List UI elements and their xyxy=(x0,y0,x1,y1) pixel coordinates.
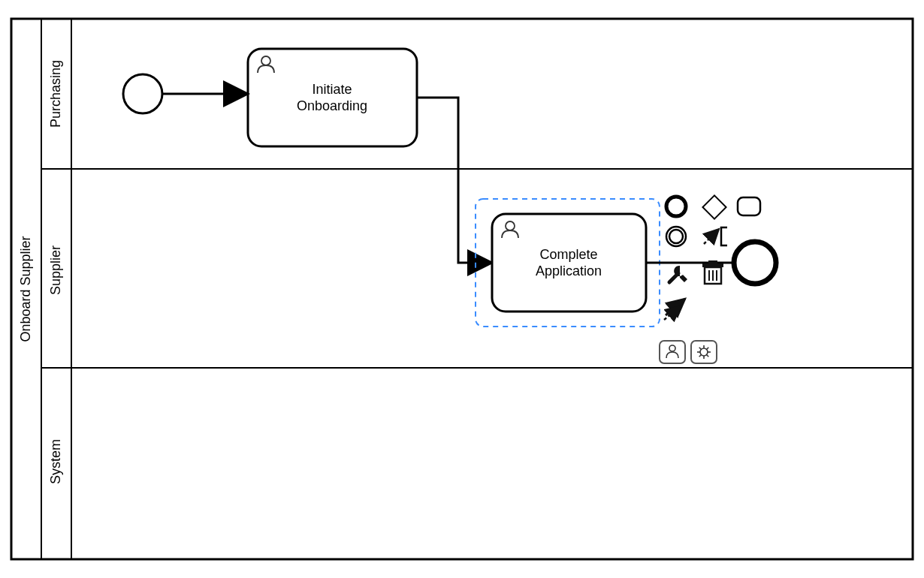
task-initiate-onboarding[interactable]: Initiate Onboarding xyxy=(248,49,417,146)
svg-rect-22 xyxy=(708,260,717,263)
end-event[interactable] xyxy=(734,242,776,284)
trash-tool[interactable] xyxy=(702,260,723,284)
bpmn-diagram: Onboard Supplier Purchasing Supplier Sys… xyxy=(0,0,924,578)
svg-rect-6 xyxy=(248,49,417,146)
task-complete-application[interactable]: Complete Application xyxy=(476,199,660,327)
lane-label: Supplier xyxy=(48,245,63,295)
svg-point-5 xyxy=(123,74,162,113)
task-label: Initiate xyxy=(312,82,352,97)
svg-rect-21 xyxy=(702,263,723,267)
svg-point-11 xyxy=(734,242,776,284)
svg-rect-9 xyxy=(492,214,646,312)
pool-title: Onboard Supplier xyxy=(18,236,33,342)
lane-label: Purchasing xyxy=(48,60,63,128)
start-event[interactable] xyxy=(123,74,162,113)
lane-label: System xyxy=(48,439,63,484)
lane-system[interactable]: System xyxy=(48,439,63,484)
task-label: Onboarding xyxy=(297,98,367,113)
task-label: Application xyxy=(536,263,602,278)
task-label: Complete xyxy=(539,247,597,262)
